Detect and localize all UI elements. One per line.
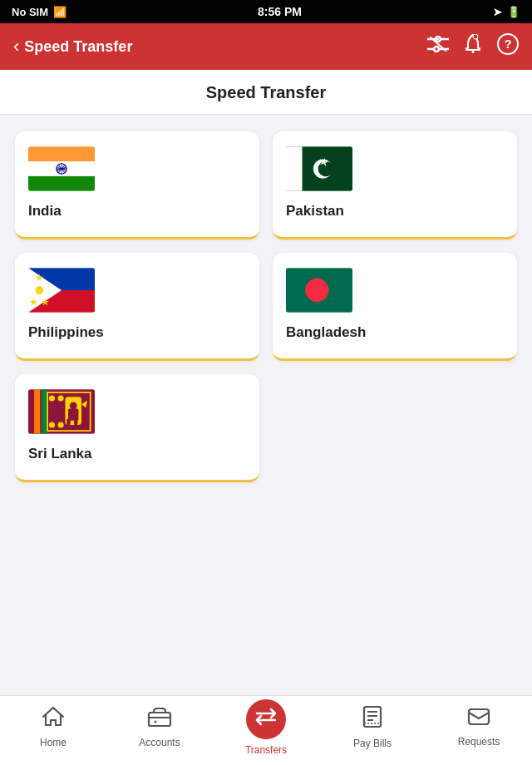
country-name-srilanka: Sri Lanka [28,446,92,462]
nav-paybills-label: Pay Bills [353,738,392,749]
transfers-active-bg [246,699,286,739]
country-grid: India Pakistan [0,115,532,499]
svg-point-54 [49,395,55,401]
header: ‹ Speed Transfer [0,23,532,70]
nav-paybills[interactable]: Pay Bills [319,696,426,765]
svg-point-31 [318,161,334,177]
filter-icon[interactable] [427,36,449,57]
accounts-icon [147,706,172,733]
flag-srilanka [28,389,95,434]
svg-point-50 [70,402,77,409]
nav-accounts-label: Accounts [139,737,180,748]
svg-point-5 [434,47,439,52]
status-left: No SIM 📶 [12,6,66,18]
svg-point-41 [305,279,328,302]
svg-point-9 [473,34,478,39]
svg-rect-51 [68,408,78,420]
status-right: ➤ 🔋 [493,6,520,18]
svg-point-8 [472,51,475,53]
transfers-icon [255,708,277,731]
country-card-philippines[interactable]: Philippines [15,253,259,361]
country-name-bangladesh: Bangladesh [286,324,366,341]
battery-icon: 🔋 [507,6,520,18]
nav-requests-label: Requests [458,736,500,748]
svg-rect-53 [74,419,77,425]
notification-icon[interactable] [464,34,482,59]
home-icon [42,706,65,733]
svg-point-60 [155,721,157,723]
help-icon[interactable]: ? [497,33,519,60]
country-name-philippines: Philippines [28,324,104,341]
flag-philippines [28,268,95,313]
header-title: Speed Transfer [24,38,132,56]
svg-rect-29 [286,146,303,190]
flag-pakistan [286,146,352,191]
country-card-india[interactable]: India [15,131,259,239]
back-button[interactable]: ‹ Speed Transfer [13,37,132,56]
svg-rect-66 [469,709,489,724]
svg-rect-43 [34,389,40,433]
nav-home[interactable]: Home [0,696,106,765]
nav-requests[interactable]: Requests [426,696,532,765]
carrier-label: No SIM [12,6,48,18]
svg-rect-58 [149,713,170,726]
country-name-pakistan: Pakistan [286,203,344,220]
svg-rect-12 [28,146,95,161]
flag-bangladesh [286,268,352,313]
svg-point-55 [49,422,55,427]
page-title-bar: Speed Transfer [0,70,532,115]
svg-rect-52 [66,419,70,425]
wifi-icon: 📶 [53,6,66,18]
svg-rect-14 [28,176,95,191]
header-actions: ? [427,33,519,60]
location-icon: ➤ [493,6,502,18]
back-arrow-icon: ‹ [13,37,19,56]
country-card-bangladesh[interactable]: Bangladesh [273,253,517,361]
status-time: 8:56 PM [258,5,302,18]
nav-home-label: Home [40,737,66,748]
requests-icon [467,707,490,733]
nav-transfers-label: Transfers [245,744,287,756]
country-card-srilanka[interactable]: Sri Lanka [15,374,259,482]
nav-transfers[interactable]: Transfers [213,696,319,765]
country-card-pakistan[interactable]: Pakistan [273,131,517,239]
country-name-india: India [28,203,62,220]
svg-rect-44 [42,389,47,433]
flag-india [28,146,95,191]
status-bar: No SIM 📶 8:56 PM ➤ 🔋 [0,0,532,23]
svg-point-36 [36,287,43,294]
page-title: Speed Transfer [206,83,327,101]
paybills-icon [362,705,383,734]
nav-accounts[interactable]: Accounts [106,696,213,765]
svg-point-56 [58,395,64,401]
svg-text:?: ? [504,37,511,51]
bottom-nav: Home Accounts Transfers [0,695,532,765]
svg-point-57 [58,422,64,427]
